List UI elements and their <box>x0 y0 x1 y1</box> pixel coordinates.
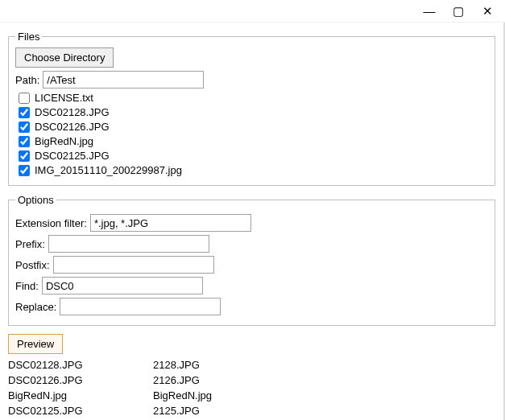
path-label: Path: <box>15 74 39 86</box>
file-name: LICENSE.txt <box>35 92 93 104</box>
ext-filter-label: Extension filter: <box>15 217 87 229</box>
preview-to: BigRedN.jpg <box>153 388 212 403</box>
file-item: DSC02128.JPG <box>15 106 488 118</box>
file-name: DSC02125.JPG <box>35 150 110 162</box>
preview-row: DSC02128.JPG2128.JPG <box>8 357 495 373</box>
postfix-input[interactable] <box>53 256 214 274</box>
file-name: DSC02128.JPG <box>35 106 110 118</box>
file-name: BigRedN.jpg <box>35 135 93 147</box>
ext-filter-input[interactable] <box>90 214 251 232</box>
preview-from: DSC02126.JPG <box>8 373 153 388</box>
options-legend: Options <box>15 194 56 206</box>
preview-button[interactable]: Preview <box>8 334 63 354</box>
file-item: BigRedN.jpg <box>15 135 488 147</box>
files-legend: Files <box>15 31 42 43</box>
file-item: DSC02125.JPG <box>15 150 488 162</box>
replace-input[interactable] <box>60 298 221 315</box>
file-checkbox[interactable] <box>19 136 30 147</box>
window-titlebar: — ▢ ✕ <box>0 0 505 23</box>
file-name: DSC02126.JPG <box>35 121 110 133</box>
choose-directory-button[interactable]: Choose Directory <box>15 47 114 68</box>
postfix-label: Postfix: <box>15 259 50 271</box>
close-button[interactable]: ✕ <box>473 2 502 21</box>
preview-row: BigRedN.jpgBigRedN.jpg <box>8 388 495 403</box>
maximize-button[interactable]: ▢ <box>444 2 473 21</box>
preview-to: 2126.JPG <box>153 373 200 388</box>
file-item: LICENSE.txt <box>15 92 488 104</box>
file-checkbox[interactable] <box>19 150 30 162</box>
file-checkbox[interactable] <box>19 121 30 133</box>
files-group: Files Choose Directory Path: LICENSE.txt… <box>8 31 495 186</box>
preview-row: DSC02126.JPG2126.JPG <box>8 373 495 388</box>
file-item: IMG_20151110_200229987.jpg <box>15 164 488 176</box>
prefix-input[interactable] <box>48 235 209 253</box>
preview-table: DSC02128.JPG2128.JPGDSC02126.JPG2126.JPG… <box>8 357 495 420</box>
file-checkbox[interactable] <box>19 165 30 176</box>
options-group: Options Extension filter: Prefix: Postfi… <box>8 194 495 326</box>
preview-to: 2128.JPG <box>153 357 200 373</box>
main-content: Files Choose Directory Path: LICENSE.txt… <box>0 23 505 420</box>
minimize-button[interactable]: — <box>415 2 444 21</box>
preview-from: BigRedN.jpg <box>8 388 153 403</box>
preview-to: 2125.JPG <box>153 403 200 418</box>
find-input[interactable] <box>42 277 203 294</box>
file-checkbox[interactable] <box>19 93 30 104</box>
file-checkbox[interactable] <box>19 107 30 118</box>
file-name: IMG_20151110_200229987.jpg <box>35 164 182 176</box>
prefix-label: Prefix: <box>15 238 45 250</box>
file-list: LICENSE.txtDSC02128.JPGDSC02126.JPGBigRe… <box>15 92 488 176</box>
find-label: Find: <box>15 280 39 292</box>
file-item: DSC02126.JPG <box>15 121 488 133</box>
preview-from: DSC02128.JPG <box>8 357 153 373</box>
replace-label: Replace: <box>15 301 56 313</box>
path-input[interactable] <box>43 71 204 89</box>
preview-row: DSC02125.JPG2125.JPG <box>8 403 495 418</box>
preview-from: DSC02125.JPG <box>8 403 153 418</box>
